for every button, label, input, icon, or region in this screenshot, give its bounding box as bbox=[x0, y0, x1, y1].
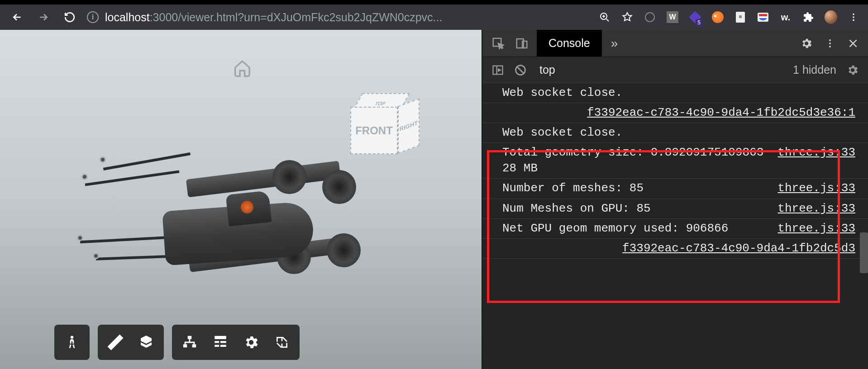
extension-fish-icon[interactable] bbox=[711, 11, 724, 24]
explode-tool-icon[interactable] bbox=[133, 329, 159, 355]
svg-rect-8 bbox=[215, 336, 226, 339]
console-log-area[interactable]: Web socket close. f3392eac-c783-4c90-9da… bbox=[482, 83, 868, 369]
forward-button[interactable] bbox=[34, 8, 52, 26]
fullscreen-icon[interactable] bbox=[269, 329, 295, 355]
profile-avatar[interactable] bbox=[825, 11, 837, 24]
extensions-menu-icon[interactable] bbox=[802, 11, 815, 24]
toolbar-actions: W 5 w. bbox=[598, 11, 860, 24]
extension-diamond-icon[interactable]: 5 bbox=[689, 11, 701, 24]
viewcube-right[interactable]: RIGHT bbox=[398, 98, 420, 153]
back-button[interactable] bbox=[8, 8, 26, 26]
svg-point-16 bbox=[829, 39, 831, 41]
svg-rect-12 bbox=[220, 345, 226, 347]
viewcube-front[interactable]: FRONT bbox=[350, 107, 398, 154]
svg-point-1 bbox=[853, 14, 854, 15]
url-path: :3000/viewer.html?urn=dXJuOmFkc2sub2JqZW… bbox=[150, 11, 443, 24]
devtools-close-icon[interactable] bbox=[847, 38, 859, 49]
tab-console[interactable]: Console bbox=[537, 30, 602, 57]
properties-icon[interactable] bbox=[207, 329, 234, 355]
settings-gear-icon[interactable] bbox=[238, 329, 264, 355]
reload-button[interactable] bbox=[61, 8, 79, 26]
bookmark-star-icon[interactable] bbox=[621, 11, 634, 24]
log-row: f3392eac-c783-4c90-9da4-1fb2dc5d3 bbox=[482, 239, 868, 259]
window-titlebar bbox=[0, 0, 868, 5]
svg-rect-11 bbox=[215, 345, 219, 347]
address-bar[interactable]: i localhost:3000/viewer.html?urn=dXJuOmF… bbox=[87, 11, 590, 24]
log-row: Net GPU geom memory used: 906866three.js… bbox=[482, 219, 868, 239]
svg-point-18 bbox=[829, 46, 831, 47]
tabs-overflow-icon[interactable]: » bbox=[602, 30, 627, 57]
url-host: localhost bbox=[105, 11, 150, 24]
svg-point-4 bbox=[71, 336, 74, 339]
devtools-settings-icon[interactable] bbox=[800, 37, 813, 50]
extension-circle-icon[interactable] bbox=[644, 11, 656, 24]
console-sidebar-toggle-icon[interactable] bbox=[491, 64, 504, 76]
log-row: Num Meshes on GPU: 85three.js:33 bbox=[482, 199, 868, 219]
zoom-icon[interactable] bbox=[598, 11, 611, 24]
extension-w2-icon[interactable]: w. bbox=[779, 11, 792, 24]
vertical-scrollbar[interactable] bbox=[860, 232, 868, 273]
extension-page-icon[interactable] bbox=[734, 11, 747, 24]
log-row: Web socket close. bbox=[482, 83, 868, 103]
svg-rect-10 bbox=[220, 341, 226, 343]
measure-tool-icon[interactable] bbox=[102, 329, 129, 355]
log-row: Total geometry size: 0.8920917510986328 … bbox=[482, 143, 868, 179]
log-row: Number of meshes: 85three.js:33 bbox=[482, 179, 868, 199]
devtools-panel: Console » top 1 hidden bbox=[482, 30, 868, 369]
extension-w-icon[interactable]: W bbox=[666, 11, 679, 24]
devtools-tabs: Console » bbox=[482, 30, 868, 57]
devtools-menu-icon[interactable] bbox=[825, 38, 835, 49]
clear-console-icon[interactable] bbox=[514, 64, 527, 76]
log-row: Web socket close. bbox=[482, 123, 868, 143]
svg-point-17 bbox=[829, 43, 831, 44]
device-toggle-icon[interactable] bbox=[515, 37, 529, 50]
svg-rect-5 bbox=[188, 336, 192, 339]
inspect-element-icon[interactable] bbox=[491, 37, 505, 50]
extension-flag-icon[interactable] bbox=[757, 11, 769, 24]
browser-toolbar: i localhost:3000/viewer.html?urn=dXJuOmF… bbox=[0, 5, 868, 30]
svg-point-3 bbox=[853, 19, 854, 21]
svg-point-2 bbox=[853, 16, 854, 18]
walk-tool-icon[interactable] bbox=[59, 329, 85, 355]
hidden-messages[interactable]: 1 hidden bbox=[793, 63, 836, 76]
home-icon[interactable] bbox=[233, 59, 252, 78]
model-xwing bbox=[82, 152, 399, 315]
site-info-icon[interactable]: i bbox=[87, 11, 99, 23]
console-filter-bar: top 1 hidden bbox=[482, 57, 868, 83]
console-context[interactable]: top bbox=[537, 63, 783, 76]
svg-rect-9 bbox=[215, 341, 219, 343]
svg-rect-6 bbox=[183, 344, 187, 347]
viewer-canvas[interactable]: TOP FRONT RIGHT bbox=[0, 30, 482, 369]
log-row: f3392eac-c783-4c90-9da4-1fb2dc5d3e36:1 bbox=[482, 103, 868, 123]
console-settings-icon[interactable] bbox=[846, 64, 859, 76]
viewer-toolbar bbox=[54, 325, 300, 360]
model-browser-icon[interactable] bbox=[176, 329, 203, 355]
browser-menu-icon[interactable] bbox=[847, 11, 860, 24]
svg-rect-7 bbox=[192, 344, 196, 347]
